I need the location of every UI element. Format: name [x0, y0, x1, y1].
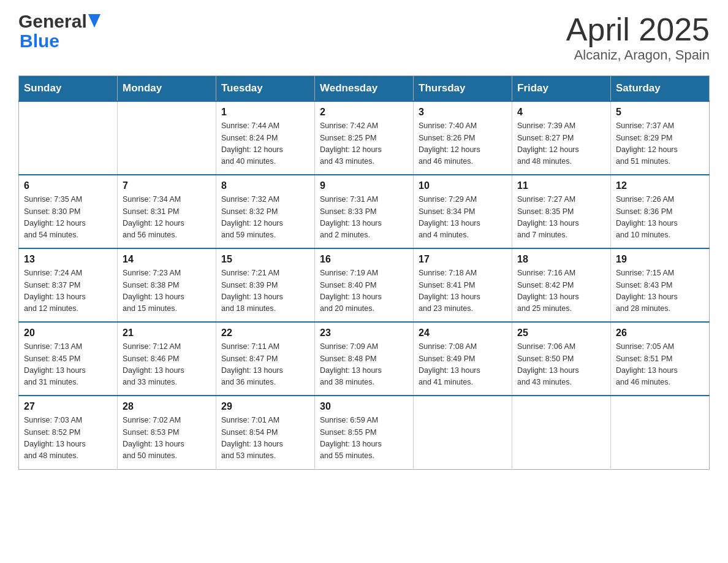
calendar-cell: 5Sunrise: 7:37 AMSunset: 8:29 PMDaylight… [611, 101, 710, 175]
day-info: Sunrise: 7:34 AMSunset: 8:31 PMDaylight:… [123, 194, 211, 242]
calendar-cell [414, 396, 512, 469]
calendar-cell: 30Sunrise: 6:59 AMSunset: 8:55 PMDayligh… [315, 396, 414, 469]
day-number: 25 [517, 327, 605, 339]
calendar-title: April 2025 [566, 12, 710, 47]
day-info: Sunrise: 7:08 AMSunset: 8:49 PMDaylight:… [419, 341, 507, 389]
day-number: 14 [123, 254, 211, 265]
week-row-5: 27Sunrise: 7:03 AMSunset: 8:52 PMDayligh… [19, 396, 710, 469]
column-header-saturday: Saturday [611, 76, 710, 102]
calendar-cell: 1Sunrise: 7:44 AMSunset: 8:24 PMDaylight… [216, 101, 315, 175]
day-info: Sunrise: 7:15 AMSunset: 8:43 PMDaylight:… [616, 267, 704, 315]
calendar-cell: 27Sunrise: 7:03 AMSunset: 8:52 PMDayligh… [19, 396, 118, 469]
day-info: Sunrise: 7:31 AMSunset: 8:33 PMDaylight:… [320, 194, 408, 242]
column-header-wednesday: Wednesday [315, 76, 414, 102]
calendar-header: SundayMondayTuesdayWednesdayThursdayFrid… [19, 76, 710, 102]
calendar-cell: 6Sunrise: 7:35 AMSunset: 8:30 PMDaylight… [19, 175, 118, 248]
week-row-1: 1Sunrise: 7:44 AMSunset: 8:24 PMDaylight… [19, 101, 710, 175]
day-number: 13 [24, 254, 112, 265]
day-info: Sunrise: 7:18 AMSunset: 8:41 PMDaylight:… [419, 267, 507, 315]
day-number: 18 [517, 254, 605, 265]
day-info: Sunrise: 7:05 AMSunset: 8:51 PMDaylight:… [616, 341, 704, 389]
day-number: 8 [221, 180, 309, 191]
day-number: 19 [616, 254, 704, 265]
svg-marker-0 [88, 14, 100, 28]
calendar-cell: 13Sunrise: 7:24 AMSunset: 8:37 PMDayligh… [19, 248, 118, 322]
day-number: 17 [419, 254, 507, 265]
day-info: Sunrise: 7:44 AMSunset: 8:24 PMDaylight:… [221, 120, 309, 168]
day-number: 10 [419, 180, 507, 191]
calendar-cell: 2Sunrise: 7:42 AMSunset: 8:25 PMDaylight… [315, 101, 414, 175]
day-number: 21 [123, 327, 211, 339]
logo-general: General [18, 12, 87, 31]
calendar-cell: 12Sunrise: 7:26 AMSunset: 8:36 PMDayligh… [611, 175, 710, 248]
calendar-cell: 4Sunrise: 7:39 AMSunset: 8:27 PMDaylight… [512, 101, 611, 175]
day-number: 3 [419, 107, 507, 118]
day-number: 22 [221, 327, 309, 339]
day-number: 6 [24, 180, 112, 191]
day-info: Sunrise: 7:37 AMSunset: 8:29 PMDaylight:… [616, 120, 704, 168]
calendar-subtitle: Alcaniz, Aragon, Spain [566, 47, 710, 63]
day-info: Sunrise: 7:40 AMSunset: 8:26 PMDaylight:… [419, 120, 507, 168]
day-number: 9 [320, 180, 408, 191]
day-info: Sunrise: 7:06 AMSunset: 8:50 PMDaylight:… [517, 341, 605, 389]
day-info: Sunrise: 6:59 AMSunset: 8:55 PMDaylight:… [320, 415, 408, 462]
day-info: Sunrise: 7:19 AMSunset: 8:40 PMDaylight:… [320, 267, 408, 315]
day-number: 23 [320, 327, 408, 339]
day-number: 28 [123, 401, 211, 412]
calendar-cell: 19Sunrise: 7:15 AMSunset: 8:43 PMDayligh… [611, 248, 710, 322]
column-header-tuesday: Tuesday [216, 76, 315, 102]
day-info: Sunrise: 7:42 AMSunset: 8:25 PMDaylight:… [320, 120, 408, 168]
calendar-cell: 28Sunrise: 7:02 AMSunset: 8:53 PMDayligh… [118, 396, 216, 469]
calendar-table: SundayMondayTuesdayWednesdayThursdayFrid… [18, 75, 710, 470]
day-info: Sunrise: 7:35 AMSunset: 8:30 PMDaylight:… [24, 194, 112, 242]
calendar-cell: 20Sunrise: 7:13 AMSunset: 8:45 PMDayligh… [19, 322, 118, 396]
day-info: Sunrise: 7:32 AMSunset: 8:32 PMDaylight:… [221, 194, 309, 242]
day-number: 4 [517, 107, 605, 118]
day-number: 11 [517, 180, 605, 191]
day-info: Sunrise: 7:13 AMSunset: 8:45 PMDaylight:… [24, 341, 112, 389]
logo-arrow-icon [88, 14, 100, 28]
day-info: Sunrise: 7:09 AMSunset: 8:48 PMDaylight:… [320, 341, 408, 389]
calendar-cell: 7Sunrise: 7:34 AMSunset: 8:31 PMDaylight… [118, 175, 216, 248]
calendar-body: 1Sunrise: 7:44 AMSunset: 8:24 PMDaylight… [19, 101, 710, 469]
day-number: 12 [616, 180, 704, 191]
day-number: 16 [320, 254, 408, 265]
week-row-3: 13Sunrise: 7:24 AMSunset: 8:37 PMDayligh… [19, 248, 710, 322]
title-section: April 2025 Alcaniz, Aragon, Spain [566, 12, 710, 63]
day-info: Sunrise: 7:03 AMSunset: 8:52 PMDaylight:… [24, 415, 112, 462]
day-number: 24 [419, 327, 507, 339]
calendar-cell: 8Sunrise: 7:32 AMSunset: 8:32 PMDaylight… [216, 175, 315, 248]
day-info: Sunrise: 7:39 AMSunset: 8:27 PMDaylight:… [517, 120, 605, 168]
day-number: 1 [221, 107, 309, 118]
calendar-cell [512, 396, 611, 469]
column-header-monday: Monday [118, 76, 216, 102]
day-number: 5 [616, 107, 704, 118]
calendar-cell: 16Sunrise: 7:19 AMSunset: 8:40 PMDayligh… [315, 248, 414, 322]
calendar-cell: 18Sunrise: 7:16 AMSunset: 8:42 PMDayligh… [512, 248, 611, 322]
calendar-cell: 10Sunrise: 7:29 AMSunset: 8:34 PMDayligh… [414, 175, 512, 248]
day-info: Sunrise: 7:21 AMSunset: 8:39 PMDaylight:… [221, 267, 309, 315]
day-info: Sunrise: 7:01 AMSunset: 8:54 PMDaylight:… [221, 415, 309, 462]
calendar-cell [611, 396, 710, 469]
calendar-cell [118, 101, 216, 175]
calendar-cell: 25Sunrise: 7:06 AMSunset: 8:50 PMDayligh… [512, 322, 611, 396]
calendar-cell: 22Sunrise: 7:11 AMSunset: 8:47 PMDayligh… [216, 322, 315, 396]
logo: General Blue [18, 12, 100, 52]
calendar-cell: 29Sunrise: 7:01 AMSunset: 8:54 PMDayligh… [216, 396, 315, 469]
day-info: Sunrise: 7:26 AMSunset: 8:36 PMDaylight:… [616, 194, 704, 242]
day-info: Sunrise: 7:11 AMSunset: 8:47 PMDaylight:… [221, 341, 309, 389]
day-number: 29 [221, 401, 309, 412]
calendar-cell: 15Sunrise: 7:21 AMSunset: 8:39 PMDayligh… [216, 248, 315, 322]
calendar-cell: 21Sunrise: 7:12 AMSunset: 8:46 PMDayligh… [118, 322, 216, 396]
day-number: 30 [320, 401, 408, 412]
calendar-cell: 3Sunrise: 7:40 AMSunset: 8:26 PMDaylight… [414, 101, 512, 175]
calendar-cell: 9Sunrise: 7:31 AMSunset: 8:33 PMDaylight… [315, 175, 414, 248]
logo-blue: Blue [20, 31, 59, 51]
page-header: General Blue April 2025 Alcaniz, Aragon,… [18, 12, 710, 63]
column-header-sunday: Sunday [19, 76, 118, 102]
day-info: Sunrise: 7:29 AMSunset: 8:34 PMDaylight:… [419, 194, 507, 242]
day-info: Sunrise: 7:23 AMSunset: 8:38 PMDaylight:… [123, 267, 211, 315]
day-number: 20 [24, 327, 112, 339]
calendar-cell: 14Sunrise: 7:23 AMSunset: 8:38 PMDayligh… [118, 248, 216, 322]
header-row: SundayMondayTuesdayWednesdayThursdayFrid… [19, 76, 710, 102]
